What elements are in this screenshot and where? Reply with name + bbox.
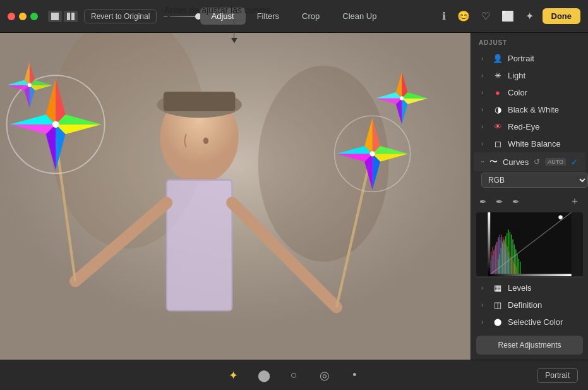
curves-canvas[interactable]	[476, 212, 583, 276]
svg-rect-100	[502, 241, 503, 276]
adjust-item-redeye[interactable]: › 👁 Red-Eye	[474, 118, 585, 135]
chevron-icon-color: ›	[481, 89, 488, 96]
done-button[interactable]: Done	[543, 8, 581, 24]
adjust-item-wb[interactable]: › ◻ White Balance	[474, 135, 585, 152]
panel-header: ADJUST	[471, 33, 588, 50]
chevron-icon-light: ›	[481, 72, 488, 79]
adjust-item-color[interactable]: › ● Color	[474, 84, 585, 101]
svg-rect-87	[514, 245, 515, 277]
svg-rect-9	[164, 92, 236, 111]
titlebar-right: ℹ 😊 ♡ ⬜ ✦ Done	[440, 8, 581, 25]
rgb-select-container: RGB Red Green Blue	[471, 171, 588, 190]
reset-adjustments-button[interactable]: Reset Adjustments	[476, 336, 583, 355]
circle-effect-button[interactable]: ⬤	[254, 365, 274, 386]
chevron-icon: ›	[481, 55, 488, 62]
adjust-item-definition[interactable]: › ◫ Definition	[474, 296, 585, 314]
close-button[interactable]	[8, 13, 15, 20]
adjust-item-light[interactable]: › ✳ Light	[474, 67, 585, 84]
chevron-icon-redeye: ›	[481, 123, 488, 130]
svg-point-24	[52, 121, 59, 128]
eyedropper-midtones-button[interactable]: ✒	[493, 195, 507, 209]
svg-rect-1	[67, 13, 70, 20]
fullscreen-button[interactable]	[30, 13, 38, 20]
emoji-button[interactable]: 😊	[455, 8, 472, 25]
circle-outline-button[interactable]: ○	[284, 365, 304, 386]
svg-rect-95	[495, 246, 496, 276]
eyedropper-shadows-button[interactable]: ✒	[476, 195, 490, 209]
minus-icon: −	[163, 12, 167, 21]
eyedropper-highlights-button[interactable]: ✒	[509, 195, 523, 209]
divider	[476, 277, 583, 278]
svg-point-53	[28, 83, 32, 87]
levels-label: Levels	[508, 283, 578, 293]
svg-rect-10	[167, 180, 232, 311]
svg-rect-104	[508, 257, 509, 276]
chevron-icon-levels: ›	[481, 284, 488, 291]
adjust-item-selective[interactable]: › ⬤ Selective Color	[474, 314, 585, 331]
svg-rect-88	[515, 249, 517, 276]
share-button[interactable]: ⬜	[499, 8, 517, 25]
chevron-icon-bw: ›	[481, 106, 488, 113]
adjust-item-portrait[interactable]: › 👤 Portrait	[474, 50, 585, 67]
color-icon: ●	[493, 88, 503, 97]
heart-button[interactable]: ♡	[479, 8, 493, 25]
tab-adjust[interactable]: Adjust	[200, 8, 246, 25]
redeye-label: Red-Eye	[508, 122, 578, 131]
curves-pen-tools: ✒ ✒ ✒ ＋	[471, 190, 588, 212]
definition-icon: ◫	[493, 300, 503, 310]
star-effect-button[interactable]: ✦	[224, 365, 244, 386]
selective-label: Selective Color	[508, 317, 578, 327]
svg-point-44	[400, 96, 404, 100]
right-panel: ADJUST › 👤 Portrait › ✳ Light › ● Color …	[471, 33, 588, 360]
wb-icon: ◻	[493, 139, 503, 149]
svg-point-35	[370, 151, 375, 156]
svg-point-107	[558, 216, 562, 219]
chevron-icon-curves: ›	[479, 161, 486, 164]
adjust-item-curves[interactable]: › 〜 Curves ↺ AUTO ✓	[474, 152, 585, 171]
magic-button[interactable]: ✦	[523, 8, 536, 25]
tab-cleanup[interactable]: Clean Up	[331, 8, 388, 25]
bw-label: Black & White	[508, 105, 578, 114]
svg-rect-99	[501, 237, 502, 276]
definition-label: Definition	[508, 300, 578, 310]
adjust-item-bw[interactable]: › ◑ Black & White	[474, 101, 585, 118]
single-view-button[interactable]	[48, 11, 62, 22]
selective-icon: ⬤	[493, 318, 503, 326]
portrait-mode-button[interactable]: Portrait	[537, 368, 578, 383]
adjust-item-levels[interactable]: › ▦ Levels	[474, 279, 585, 296]
target-button[interactable]: ◎	[315, 365, 335, 386]
svg-rect-96	[496, 242, 498, 277]
traffic-lights	[8, 13, 38, 20]
svg-rect-86	[512, 240, 513, 276]
auto-badge[interactable]: AUTO	[545, 158, 566, 166]
svg-rect-97	[498, 238, 499, 276]
photo-svg	[0, 33, 471, 360]
curves-graph	[476, 212, 583, 276]
photo-background	[0, 33, 471, 360]
dot-button[interactable]: •	[345, 365, 365, 386]
bottom-bar: ✦ ⬤ ○ ◎ • Portrait	[0, 360, 588, 390]
curves-reset-button[interactable]: ↺	[534, 157, 540, 166]
chevron-icon-selective: ›	[481, 319, 488, 326]
photo-area	[0, 33, 471, 360]
info-button[interactable]: ℹ	[440, 8, 448, 25]
minimize-button[interactable]	[19, 13, 27, 20]
titlebar: Revert to Original − + Adjust Filters Cr…	[0, 0, 588, 33]
split-view-button[interactable]	[64, 11, 78, 22]
svg-rect-98	[499, 235, 500, 276]
svg-rect-0	[51, 13, 59, 20]
svg-rect-109	[488, 212, 490, 274]
redeye-icon: 👁	[493, 122, 503, 131]
add-point-button[interactable]: ＋	[567, 193, 583, 210]
tab-filters[interactable]: Filters	[246, 8, 291, 25]
revert-button[interactable]: Revert to Original	[84, 9, 157, 23]
bw-icon: ◑	[493, 105, 503, 114]
chevron-icon-wb: ›	[481, 140, 488, 147]
color-label: Color	[508, 88, 578, 97]
chevron-icon-definition: ›	[481, 302, 488, 308]
curves-icon: 〜	[489, 156, 498, 168]
rgb-channel-select[interactable]: RGB Red Green Blue	[481, 173, 588, 188]
view-toggle	[48, 11, 78, 22]
wb-label: White Balance	[508, 139, 578, 149]
tab-crop[interactable]: Crop	[291, 8, 331, 25]
